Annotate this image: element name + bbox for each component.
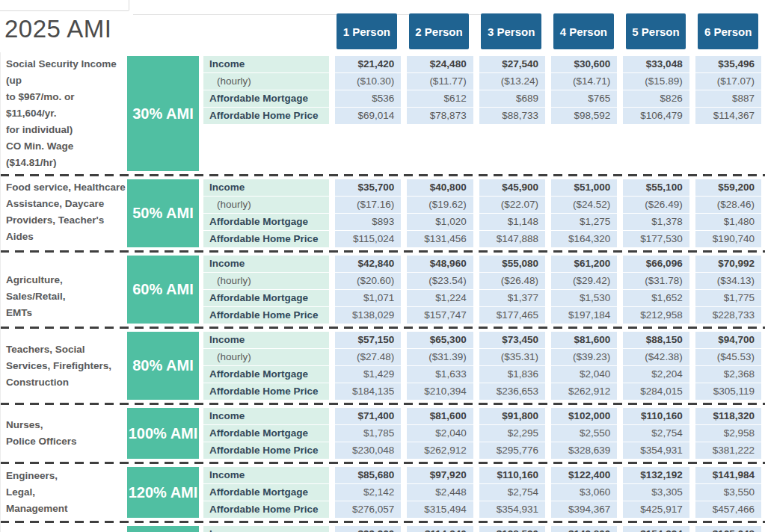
occupations-line: Legal, (6, 484, 126, 501)
value-cell: $262,912 (551, 383, 617, 400)
metric-label: Affordable Mortgage (203, 484, 329, 501)
value-cell: ($34.13) (695, 273, 761, 289)
metric-row: Affordable Home Price$69,014$78,873$88,7… (203, 108, 761, 124)
value-cell: $55,080 (479, 256, 545, 272)
metric-row: Affordable Mortgage$2,142$2,448$2,754$3,… (203, 484, 761, 501)
value-cell: $85,680 (335, 467, 401, 483)
value-cell: $21,420 (335, 56, 401, 72)
value-cell: $2,368 (695, 366, 761, 383)
metric-label: Affordable Home Price (203, 307, 329, 324)
value-cell: $118,320 (695, 408, 761, 424)
metric-row: Affordable Mortgage$1,071$1,224$1,377$1,… (203, 290, 761, 306)
value-cell: $131,456 (407, 231, 473, 247)
dashed-separator (0, 250, 765, 253)
value-cell: $1,480 (695, 214, 761, 230)
value-cell: $94,700 (695, 332, 761, 348)
value-cell: $1,020 (407, 214, 473, 230)
occupations-note: Teachers, SocialServices, Firefighters,C… (0, 332, 127, 400)
metric-rows: Income$57,150$65,300$73,450$81,600$88,15… (203, 332, 761, 400)
value-cell: $1,530 (551, 290, 617, 306)
value-cell: $165,648 (695, 526, 761, 532)
metric-row: Income$71,400$81,600$91,800$102,000$110,… (203, 408, 761, 424)
occupations-line: Teachers, Social (6, 341, 126, 358)
value-cell: $887 (695, 90, 761, 107)
metric-row: Affordable Mortgage$536$612$689$765$826$… (203, 90, 761, 107)
metric-rows: Income$85,680$97,920$110,160$122,400$132… (203, 467, 761, 518)
value-cell: $99,960 (335, 526, 401, 532)
value-cell: $305,119 (695, 383, 761, 400)
occupations-note (0, 526, 127, 532)
occupations-line: Providers, Teacher's Aides (6, 212, 126, 245)
metric-row: (hourly)($27.48)($31.39)($35.31)($39.23)… (203, 349, 761, 365)
metric-row: Income$42,840$48,960$55,080$61,200$66,09… (203, 256, 761, 272)
value-cell: $1,775 (695, 290, 761, 306)
value-cell: $826 (623, 90, 689, 107)
person-column-button-3[interactable]: 3 Person (481, 13, 541, 49)
value-cell: ($24.52) (551, 197, 617, 213)
metric-label: Affordable Mortgage (203, 214, 329, 230)
occupations-line: EMTs (6, 305, 126, 321)
person-column-button-4[interactable]: 4 Person (553, 13, 614, 49)
table-header: 2025 AMI 1 Person2 Person3 Person4 Perso… (0, 0, 765, 52)
value-cell: $132,192 (623, 467, 689, 483)
value-cell: $110,160 (623, 408, 689, 424)
value-cell: $40,800 (407, 179, 473, 196)
metric-label: (hourly) (203, 273, 329, 289)
value-cell: $177,530 (623, 231, 689, 247)
value-cell: $42,840 (335, 256, 401, 272)
value-cell: $51,000 (551, 179, 617, 196)
value-cell: $2,754 (479, 484, 545, 501)
value-cell: $381,222 (695, 442, 761, 459)
person-column-button-5[interactable]: 5 Person (626, 13, 686, 49)
occupations-line: Construction (6, 374, 126, 391)
occupations-line: Assistance, Daycare (6, 196, 126, 212)
metric-rows: Income$71,400$81,600$91,800$102,000$110,… (203, 408, 761, 459)
value-cell: ($39.23) (551, 349, 617, 365)
value-cell: $88,733 (479, 108, 545, 124)
value-cell: ($35.31) (479, 349, 545, 365)
value-cell: $1,148 (479, 214, 545, 230)
person-column-button-1[interactable]: 1 Person (337, 13, 397, 49)
value-cell: $27,540 (479, 56, 545, 72)
value-cell: $1,836 (479, 366, 545, 383)
occupations-line: Social Security Income (up (6, 56, 126, 89)
value-cell: ($42.38) (623, 349, 689, 365)
ami-section-50pct: Food service, HealthcareAssistance, Dayc… (0, 179, 761, 247)
ami-sections: Social Security Income (upto $967/mo. or… (0, 52, 765, 532)
value-cell: $3,060 (551, 484, 617, 501)
value-cell: $2,550 (551, 425, 617, 442)
value-cell: $33,048 (623, 56, 689, 72)
value-cell: $30,600 (551, 56, 617, 72)
person-column-button-2[interactable]: 2 Person (409, 13, 470, 49)
value-cell: $65,300 (407, 332, 473, 348)
value-cell: ($15.89) (623, 73, 689, 90)
value-cell: $102,000 (551, 408, 617, 424)
occupations-line: Police Officers (6, 433, 126, 450)
ami-section-80pct: Teachers, SocialServices, Firefighters,C… (0, 332, 761, 400)
metric-row: Affordable Mortgage$1,785$2,040$2,295$2,… (203, 425, 761, 442)
value-cell: $2,204 (623, 366, 689, 383)
value-cell: $69,014 (335, 108, 401, 124)
value-cell: $190,740 (695, 231, 761, 247)
gridline-artifact (0, 52, 1, 532)
person-column-button-6[interactable]: 6 Person (698, 13, 758, 49)
value-cell: ($22.07) (479, 197, 545, 213)
value-cell: $142,800 (551, 526, 617, 532)
occupations-line: to $967/mo. or $11,604/yr. (6, 89, 126, 122)
value-cell: ($26.48) (479, 273, 545, 289)
value-cell: $2,295 (479, 425, 545, 442)
value-cell: $177,465 (479, 307, 545, 324)
value-cell: $1,652 (623, 290, 689, 306)
value-cell: $1,275 (551, 214, 617, 230)
value-cell: $765 (551, 90, 617, 107)
value-cell: $97,920 (407, 467, 473, 483)
value-cell: $122,400 (551, 467, 617, 483)
value-cell: ($17.07) (695, 73, 761, 90)
value-cell: $212,958 (623, 307, 689, 324)
value-cell: $328,639 (551, 442, 617, 459)
ami-section-100pct: Nurses,Police Officers100% AMIIncome$71,… (0, 408, 761, 459)
metric-label: Affordable Home Price (203, 231, 329, 247)
metric-rows: Income$99,960$114,240$128,520$142,800$15… (203, 526, 761, 532)
metric-rows: Income$35,700$40,800$45,900$51,000$55,10… (203, 179, 761, 247)
dashed-separator (0, 521, 765, 523)
